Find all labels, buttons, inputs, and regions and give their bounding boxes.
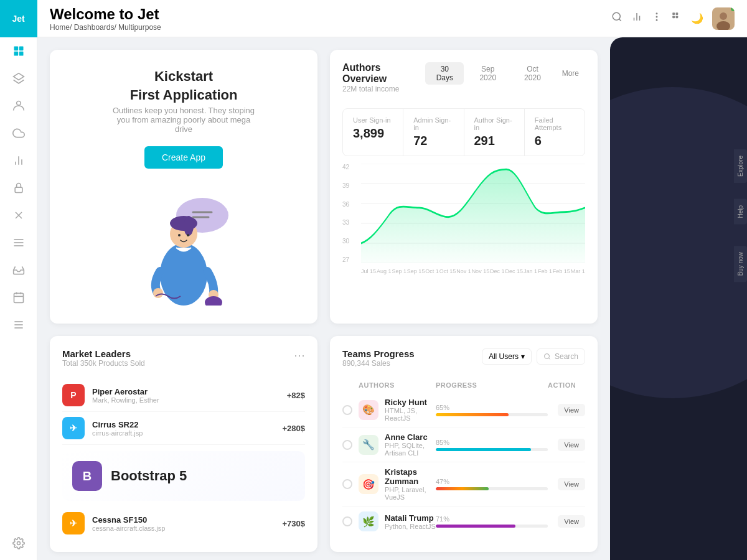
sidebar-item-cloud[interactable]	[0, 119, 37, 147]
main-area: Welcome to Jet Home/ Dashboards/ Multipu…	[37, 0, 747, 560]
avatar[interactable]	[712, 7, 735, 30]
dots-icon[interactable]	[651, 11, 662, 26]
svg-line-24	[619, 19, 621, 21]
kickstart-title-line2: First Application	[130, 87, 238, 103]
tab-more[interactable]: More	[556, 67, 585, 80]
sidebar-item-grid[interactable]	[0, 37, 37, 65]
svg-point-28	[656, 13, 657, 14]
svg-point-47	[178, 234, 181, 236]
sidebar-item-settings[interactable]	[0, 533, 37, 560]
view-button[interactable]: View	[558, 515, 585, 528]
sidebar-item-chart[interactable]	[0, 147, 37, 174]
svg-point-49	[153, 288, 163, 298]
tab-oct2020[interactable]: Oct 2020	[512, 62, 553, 85]
all-users-filter[interactable]: All Users ▾	[482, 348, 532, 365]
kickstart-description: Outlines keep you honest. They stoping y…	[109, 106, 258, 134]
svg-point-46	[184, 216, 194, 236]
sidebar-item-adjust[interactable]	[0, 311, 37, 338]
sidebar-item-layers[interactable]	[0, 65, 37, 92]
svg-point-22	[17, 542, 20, 545]
authors-chart: 423936333027	[342, 164, 585, 263]
team-progress-bar: 65%	[436, 404, 548, 416]
team-checkbox[interactable]	[342, 405, 352, 415]
authors-overview-card: Authors Overview 22M total income 30 Day…	[330, 50, 598, 324]
authors-title: Authors Overview	[342, 62, 425, 85]
sidebar-item-user[interactable]	[0, 92, 37, 119]
market-value: +82$	[287, 391, 305, 400]
sidebar-item-calendar[interactable]	[0, 284, 37, 311]
app-logo[interactable]: Jet	[0, 0, 37, 37]
chart-xlabels: Jul 15Aug 1Sep 1Sep 15Oct 1Oct 15Nov 1No…	[361, 268, 585, 274]
authors-subtitle: 22M total income	[342, 85, 425, 93]
team-row: 🎯 Kristaps Zumman PHP, Laravel, VueJS 47…	[342, 462, 585, 506]
breadcrumb: Home/ Dashboards/ Multipurpose	[50, 23, 161, 32]
stat-user-signin: User Sign-in 3,899	[343, 109, 403, 156]
view-button[interactable]: View	[558, 478, 585, 490]
team-row: 🎨 Ricky Hunt HTML, JS, ReactJS 65% View	[342, 393, 585, 427]
svg-rect-2	[14, 52, 18, 56]
sidebar-item-inbox[interactable]	[0, 256, 37, 284]
kickstart-illustration	[121, 181, 246, 306]
stat-author-signin: Author Sign-in 291	[464, 109, 525, 156]
svg-rect-1	[19, 47, 23, 51]
teams-search-box: Search	[537, 348, 585, 365]
team-progress-bar: 47%	[436, 478, 548, 490]
market-logo-cessna: ✈	[62, 512, 85, 534]
team-checkbox[interactable]	[342, 440, 352, 450]
stat-failed-attempts: Failed Attempts 6	[525, 109, 585, 156]
view-button[interactable]: View	[558, 404, 585, 416]
create-app-button[interactable]: Create App	[144, 146, 223, 169]
svg-point-23	[613, 12, 620, 20]
svg-rect-15	[14, 293, 23, 302]
moon-icon[interactable]: 🌙	[691, 12, 703, 24]
bg-circle	[610, 87, 747, 398]
apps-icon[interactable]	[671, 11, 682, 26]
bootstrap-icon: B	[72, 461, 102, 491]
kickstart-card: Kickstart First Application Outlines kee…	[50, 50, 317, 324]
team-progress-bar: 85%	[436, 439, 548, 451]
tab-sep2020[interactable]: Sep 2020	[466, 62, 509, 85]
search-icon	[543, 353, 551, 360]
buynow-tab[interactable]: Buy now	[734, 246, 747, 282]
market-subtitle: Total 350k Products Sold	[62, 359, 145, 368]
topbar: Welcome to Jet Home/ Dashboards/ Multipu…	[37, 0, 747, 37]
search-icon[interactable]	[611, 11, 622, 26]
team-checkbox[interactable]	[342, 516, 352, 526]
bootstrap-label: Bootstrap 5	[111, 468, 187, 484]
sidebar-item-menu[interactable]	[0, 229, 37, 256]
team-checkbox[interactable]	[342, 479, 352, 489]
chart-svg	[361, 164, 585, 263]
svg-rect-0	[14, 47, 18, 51]
market-value-cirrus: +280$	[282, 424, 305, 433]
svg-line-59	[548, 358, 550, 359]
svg-rect-9	[15, 187, 22, 192]
market-more-button[interactable]: ⋯	[294, 348, 305, 362]
svg-point-58	[544, 354, 549, 359]
stats-row: User Sign-in 3,899 Admin Sign-in 72 Auth…	[342, 108, 585, 156]
team-row: 🔧 Anne Clarc PHP, SQLite, Artisan CLI 85…	[342, 427, 585, 462]
authors-tabs: 30 Days Sep 2020 Oct 2020 More	[425, 62, 585, 85]
sidebar-item-lock[interactable]	[0, 174, 37, 202]
svg-point-48	[187, 234, 189, 236]
team-progress-bar: 71%	[436, 515, 548, 528]
explore-tab[interactable]: Explore	[734, 149, 747, 183]
view-button[interactable]: View	[558, 439, 585, 451]
team-action: View	[548, 439, 585, 451]
team-avatar: 🔧	[359, 435, 378, 455]
svg-point-5	[16, 101, 21, 106]
sidebar-item-close[interactable]	[0, 202, 37, 229]
chart-icon[interactable]	[631, 11, 642, 26]
svg-point-30	[656, 20, 657, 21]
page-title: Welcome to Jet	[50, 6, 161, 23]
market-logo-piper: P	[62, 384, 85, 406]
svg-rect-34	[676, 16, 679, 19]
market-item-cessna: ✈ Cessna SF150 cessna-aircraft.class.jsp…	[62, 507, 305, 539]
content-area: Kickstart First Application Outlines kee…	[37, 37, 747, 560]
help-tab[interactable]: Help	[734, 199, 747, 225]
svg-rect-31	[672, 12, 675, 15]
team-avatar: 🌿	[359, 511, 378, 531]
chart-ylabels: 423936333027	[342, 164, 349, 263]
tab-30days[interactable]: 30 Days	[425, 62, 464, 85]
teams-table-header: AUTHORS PROGRESS ACTION	[342, 378, 585, 393]
market-leaders-card: Market Leaders Total 350k Products Sold …	[50, 336, 317, 552]
